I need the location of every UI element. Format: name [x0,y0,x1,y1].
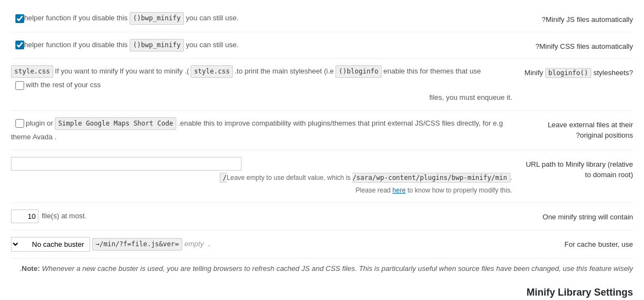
minify-css-label: Minify CSS files automatically? [512,39,633,52]
cache-empty-label: empty [184,239,204,250]
note-row: Note: Whenever a new cache buster is use… [11,259,633,278]
url-path-here-link[interactable]: here [393,186,406,194]
minify-js-desc2: helper function if you disable this [24,13,128,24]
minify-css-code: bwp_minify() [130,39,184,52]
url-path-row: URL path to Minify library (relative to … [11,150,633,203]
minify-js-content: .you can still use bwp_minify() helper f… [11,12,512,25]
external-code1: Simple Google Maps Short Code [55,117,177,130]
bloginfo-part1: enable this for themes that use [383,66,481,77]
minify-css-content: .you can still use bwp_minify() helper f… [11,39,512,52]
minify-bloginfo-content: enable this for themes that use bloginfo… [11,65,512,104]
minify-js-desc: .you can still use [186,13,239,24]
minify-bloginfo-label: ?Minify bloginfo() stylesheets [512,65,633,78]
cache-dot: . [208,239,210,250]
one-minify-suffix: .file(s) at most [42,211,87,222]
one-minify-inner: .file(s) at most [11,210,512,223]
url-path-input[interactable] [11,157,242,171]
external-part1: enable this to improve compatibility wit… [178,118,503,129]
minify-js-checkbox[interactable] [15,14,24,23]
bloginfo-part4-if: If you want to minify [55,66,118,77]
minify-bloginfo-row: ?Minify bloginfo() stylesheets enable th… [11,59,633,111]
one-minify-label: One minify string will contain [512,210,633,223]
external-files-content: enable this to improve compatibility wit… [11,117,512,143]
bloginfo-part5: .files, you must enqueue it [429,93,512,101]
minify-bloginfo-checkbox[interactable] [15,81,24,90]
cache-buster-content: . empty =min/?f=file.js&ver/→ No cache b… [11,237,512,252]
cache-buster-row: For cache buster, use . empty =min/?f=fi… [11,230,633,259]
minify-js-label: Minify JS files automatically? [512,12,633,25]
library-settings-header: Minify Library Settings [11,278,633,300]
url-path-content: .Leave empty to use default value, which… [11,157,512,196]
url-path-hint1: .Leave empty to use default value, which… [11,173,512,183]
one-minify-input[interactable] [11,210,38,223]
external-files-row: Leave external files at their original p… [11,111,633,150]
minify-js-code: bwp_minify() [130,12,184,25]
external-files-checkbox[interactable] [15,119,24,128]
cache-buster-label: For cache buster, use [512,237,633,250]
cache-buster-select[interactable]: No cache buster Last modified time Auto … [11,237,90,252]
url-path-label: URL path to Minify library (relative to … [512,157,633,180]
cache-code-part: =min/?f=file.js&ver/→ [92,238,182,251]
bloginfo-code3: style.css [11,65,53,78]
bloginfo-part3: ). If you want to minify [120,66,189,77]
minify-js-row: Minify JS files automatically? .you can … [11,5,633,32]
one-minify-row: One minify string will contain .file(s) … [11,203,633,230]
external-part4: theme [11,132,31,143]
minify-css-row: Minify CSS files automatically? .you can… [11,32,633,59]
note-label: Note: [22,264,40,273]
external-part2: plugin or [26,118,53,129]
note-text: Whenever a new cache buster is used, you… [20,264,633,273]
bloginfo-code-label: bloginfo() [545,68,591,78]
minify-css-checkbox[interactable] [15,41,24,49]
minify-css-desc: .you can still use [186,39,239,51]
minify-css-desc2: helper function if you disable this [24,39,128,51]
bloginfo-part4: with the rest of your css [26,80,101,91]
external-part3: . Avada [32,132,57,143]
cache-buster-inner: . empty =min/?f=file.js&ver/→ No cache b… [11,237,512,252]
bloginfo-code2: style.css [191,65,233,78]
settings-page: Minify JS files automatically? .you can … [0,0,644,300]
bloginfo-code1: bloginfo() [335,65,382,78]
bloginfo-part2: to print the main stylesheet (i.e. [234,66,334,77]
one-minify-content: .file(s) at most [11,210,512,223]
external-files-label: Leave external files at their original p… [512,117,633,141]
url-path-hint2: .Please read here to know how to properl… [11,185,512,196]
